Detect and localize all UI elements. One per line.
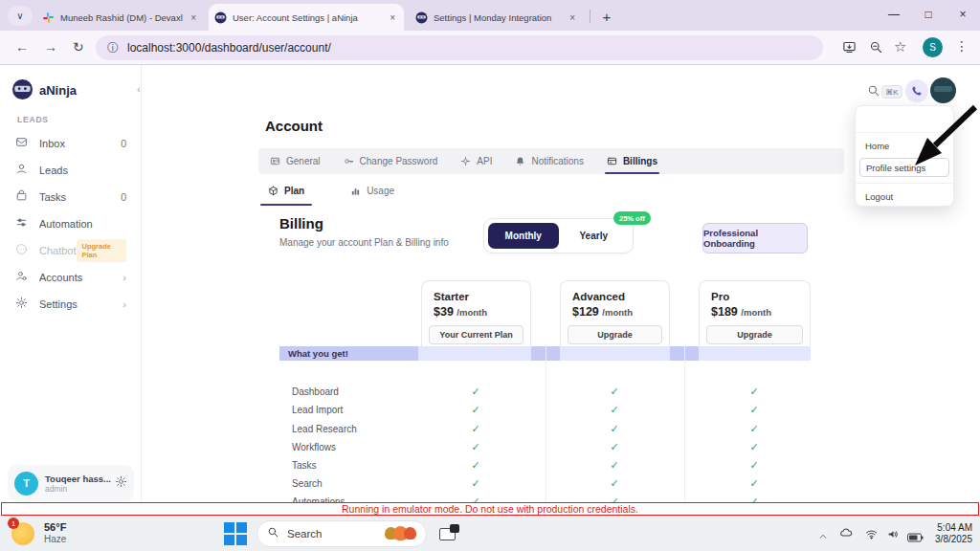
current-plan-button[interactable]: Your Current Plan <box>429 325 523 344</box>
billing-card-icon <box>607 156 617 166</box>
badge-count: 1 <box>11 519 15 528</box>
accounts-icon <box>15 269 28 286</box>
tab-api[interactable]: API <box>449 148 503 174</box>
sidebar-item-inbox[interactable]: Inbox 0 <box>0 132 142 155</box>
taskbar-clock[interactable]: 5:04 AM 3/8/2025 <box>923 522 972 545</box>
upgrade-plan-badge[interactable]: Upgrade Plan <box>77 239 126 262</box>
feature-label: Tasks <box>292 460 317 471</box>
subtab-usage[interactable]: Usage <box>341 180 404 201</box>
feature-label: Lead Import <box>292 405 343 415</box>
browser-tab-1[interactable]: Muneeb Rashid (DM) - Devaxl × <box>36 5 205 31</box>
volume-icon[interactable] <box>886 527 900 544</box>
id-card-icon <box>270 156 280 166</box>
tray-chevron-up-icon[interactable] <box>817 528 829 545</box>
plan-name: Advanced <box>572 291 659 302</box>
app-user-avatar[interactable] <box>930 77 956 103</box>
browser-menu-icon[interactable]: ⋮ <box>955 38 969 54</box>
sidebar-collapse-icon[interactable]: ‹ <box>137 83 141 95</box>
battery-icon[interactable] <box>907 529 924 546</box>
subtab-plan-active[interactable]: Plan <box>258 180 314 201</box>
user-role: admin <box>45 484 111 494</box>
install-app-icon[interactable] <box>842 40 857 58</box>
sidebar-user-card[interactable]: T Touqeer hass... admin <box>8 465 134 501</box>
user-name: Touqeer hass... <box>45 474 111 484</box>
tab-notifications[interactable]: Notifications <box>503 148 594 174</box>
browser-tab-3[interactable]: Settings | Monday Integration × <box>410 5 584 31</box>
user-settings-gear-icon[interactable] <box>115 474 127 492</box>
close-button[interactable]: × <box>946 0 980 29</box>
url-text[interactable]: localhost:3000/dashboard/user/account/ <box>127 41 331 55</box>
check-icon: ✓ <box>605 496 624 502</box>
task-view-button[interactable] <box>433 519 461 548</box>
sidebar-item-label: Settings <box>39 298 78 310</box>
menu-item-profile-settings[interactable]: Profile settings <box>859 158 949 177</box>
feature-row: Dashboard ✓ ✓ ✓ <box>279 383 811 401</box>
check-icon: ✓ <box>745 386 764 398</box>
forward-icon: → <box>44 39 57 55</box>
back-button[interactable]: ← <box>15 39 29 55</box>
onedrive-cloud-icon[interactable] <box>838 526 854 543</box>
tab-close-icon[interactable]: × <box>387 12 398 23</box>
menu-item-home[interactable]: Home <box>856 138 953 154</box>
user-initial: T <box>23 477 30 489</box>
notification-badge: 1 <box>8 518 19 529</box>
search-highlights-people-icon <box>389 527 416 540</box>
minimize-button[interactable]: — <box>877 0 911 29</box>
feature-row: Lead Import ✓ ✓ ✓ <box>279 401 811 419</box>
shortcut-text: ⌘K <box>885 88 898 97</box>
reload-button[interactable]: ↻ <box>73 39 84 55</box>
forward-button[interactable]: → <box>44 39 57 55</box>
address-bar[interactable]: ⓘ localhost:3000/dashboard/user/account/ <box>96 35 823 60</box>
bookmark-star-icon[interactable]: ☆ <box>894 38 906 55</box>
automation-icon <box>15 215 28 232</box>
start-button[interactable] <box>224 522 247 545</box>
app-search-icon[interactable] <box>867 84 880 101</box>
phone-button[interactable] <box>905 79 928 102</box>
check-icon: ✓ <box>605 423 624 435</box>
upgrade-button[interactable]: Upgrade <box>706 325 803 344</box>
weather-widget[interactable]: 1 <box>11 522 34 549</box>
weather-condition: Haze <box>44 534 66 544</box>
user-avatar: T <box>14 472 38 496</box>
tab-label: API <box>477 156 492 166</box>
tab-search-button[interactable]: ∨ <box>8 6 33 26</box>
taskbar-search[interactable]: Search <box>256 520 427 547</box>
plan-name: Pro <box>711 291 800 302</box>
sidebar-item-leads[interactable]: Leads <box>0 159 142 182</box>
zoom-out-icon[interactable] <box>869 40 883 58</box>
monthly-toggle-button[interactable]: Monthly <box>488 223 559 249</box>
browser-profile-avatar[interactable]: S <box>923 37 943 57</box>
sidebar-item-automation[interactable]: Automation <box>0 212 142 235</box>
browser-tab-2-active[interactable]: User: Account Settings | aNinja × <box>209 4 404 31</box>
chevron-down-icon: ∨ <box>16 11 23 21</box>
professional-onboarding-button[interactable]: Professional Onboarding <box>702 223 808 253</box>
features-header: What you get! <box>279 346 418 361</box>
sidebar-item-settings[interactable]: Settings › <box>0 293 142 316</box>
tab-title: Muneeb Rashid (DM) - Devaxl <box>60 12 183 23</box>
sidebar-item-chatbot[interactable]: Chatbot Upgrade Plan <box>0 239 142 262</box>
upgrade-button[interactable]: Upgrade <box>568 325 662 344</box>
site-info-icon[interactable]: ⓘ <box>107 40 119 56</box>
discount-text: 25% off <box>619 214 645 223</box>
wifi-icon[interactable] <box>864 527 879 544</box>
tab-change-password[interactable]: Change Password <box>332 148 450 174</box>
check-icon: ✓ <box>745 496 764 502</box>
page-title: Account <box>265 118 323 134</box>
usage-chart-icon <box>350 186 361 196</box>
menu-item-logout[interactable]: Logout <box>856 188 953 205</box>
plan-period: /month <box>602 307 633 318</box>
yearly-toggle-button[interactable]: Yearly <box>559 223 630 249</box>
tab-close-icon[interactable]: × <box>567 12 578 23</box>
sidebar-item-accounts[interactable]: Accounts › <box>0 266 142 289</box>
tab-billings-active[interactable]: Billings <box>595 148 669 174</box>
new-tab-button[interactable]: + <box>597 7 616 26</box>
plan-card-pro: Pro $189 /month Upgrade <box>699 280 811 350</box>
feature-row: Automations ✓ ✓ ✓ <box>279 493 811 502</box>
onboarding-label: Professional Onboarding <box>703 228 807 249</box>
tab-close-icon[interactable]: × <box>188 12 199 23</box>
maximize-button[interactable]: □ <box>911 0 946 29</box>
check-icon: ✓ <box>466 496 485 502</box>
aninja-favicon <box>214 11 227 24</box>
sidebar-item-tasks[interactable]: Tasks 0 <box>0 186 142 209</box>
tab-general[interactable]: General <box>258 148 332 174</box>
